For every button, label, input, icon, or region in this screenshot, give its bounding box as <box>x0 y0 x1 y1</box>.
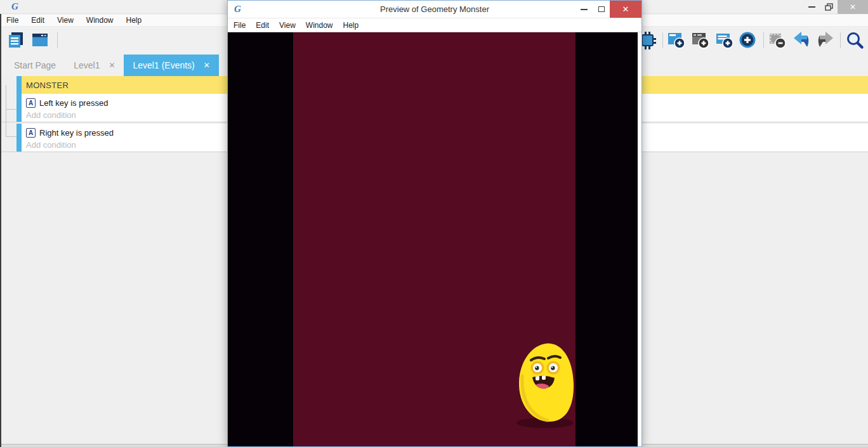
minimize-button[interactable] <box>803 0 820 14</box>
tab-level1[interactable]: Level1 ✕ <box>65 55 124 76</box>
tab-label: Level1 <box>74 60 100 70</box>
toolbar-separator <box>840 32 841 48</box>
delete-event-icon[interactable] <box>768 30 787 49</box>
tab-close-icon[interactable]: ✕ <box>204 61 210 70</box>
window-left-edge <box>0 14 1 447</box>
close-button[interactable]: ✕ <box>838 0 868 14</box>
condition-text: Left key is pressed <box>39 98 108 108</box>
scene-editor-icon[interactable] <box>30 30 49 49</box>
preview-window: Preview of Geometry Monster G ✕ File Edi… <box>227 0 642 447</box>
maximize-icon <box>598 6 605 12</box>
tab-level1-events[interactable]: Level1 (Events) ✕ <box>124 55 218 76</box>
menu-window[interactable]: Window <box>301 21 338 30</box>
close-icon: ✕ <box>622 4 629 14</box>
menu-file[interactable]: File <box>6 16 25 25</box>
add-event-dialog-icon[interactable] <box>738 30 757 49</box>
event-selection-bar <box>16 76 22 94</box>
keyboard-key-icon: A <box>26 98 36 108</box>
monster-sprite <box>515 341 578 430</box>
menu-view[interactable]: View <box>274 21 301 30</box>
minimize-icon <box>808 6 815 8</box>
search-icon[interactable] <box>845 30 864 49</box>
toolbar-separator <box>662 32 663 48</box>
monster-eye-left <box>531 361 544 375</box>
preview-minimize-button[interactable] <box>575 1 593 18</box>
gdevelop-logo-icon: G <box>234 4 241 14</box>
gdevelop-logo-icon: G <box>11 2 18 11</box>
add-sub-event-icon[interactable] <box>691 30 710 49</box>
tab-label: Start Page <box>14 60 56 70</box>
add-comment-icon[interactable] <box>715 30 734 49</box>
close-icon: ✕ <box>850 3 856 11</box>
toolbar-separator <box>763 32 764 48</box>
menu-view[interactable]: View <box>51 16 80 25</box>
event-tree-margin <box>1 76 16 94</box>
menu-file[interactable]: File <box>233 21 251 30</box>
event-selection-bar <box>16 94 22 122</box>
tab-start-page[interactable]: Start Page <box>5 55 65 76</box>
minimize-icon <box>581 9 588 10</box>
monster-eye-right <box>547 361 560 375</box>
tab-close-icon[interactable]: ✕ <box>109 61 115 70</box>
menu-edit[interactable]: Edit <box>25 16 51 25</box>
preview-menubar: File Edit View Window Help <box>228 18 641 32</box>
redo-icon[interactable] <box>816 30 835 49</box>
game-canvas[interactable] <box>228 32 641 446</box>
project-manager-icon[interactable] <box>6 30 25 49</box>
menu-edit[interactable]: Edit <box>251 21 274 30</box>
menu-help[interactable]: Help <box>120 16 148 25</box>
add-event-icon[interactable] <box>667 30 686 49</box>
preview-titlebar[interactable]: Preview of Geometry Monster G ✕ <box>228 1 641 18</box>
tab-label: Level1 (Events) <box>133 60 194 70</box>
toolbar-separator <box>57 32 58 48</box>
menu-window[interactable]: Window <box>80 16 120 25</box>
tree-connector-line <box>6 136 16 137</box>
event-tree-margin <box>1 94 16 122</box>
tree-connector-line <box>6 109 16 110</box>
condition-text: Right key is pressed <box>39 128 114 138</box>
restore-button[interactable] <box>820 0 838 14</box>
preview-close-button[interactable]: ✕ <box>610 1 641 18</box>
preview-maximize-button[interactable] <box>593 1 610 18</box>
event-selection-bar <box>16 124 22 152</box>
event-tree-margin <box>1 124 16 152</box>
game-letterbox <box>228 32 638 446</box>
restore-icon <box>825 3 834 11</box>
menu-help[interactable]: Help <box>338 21 364 30</box>
keyboard-key-icon: A <box>26 128 36 138</box>
tree-connector-line <box>6 85 6 137</box>
undo-icon[interactable] <box>792 30 811 49</box>
